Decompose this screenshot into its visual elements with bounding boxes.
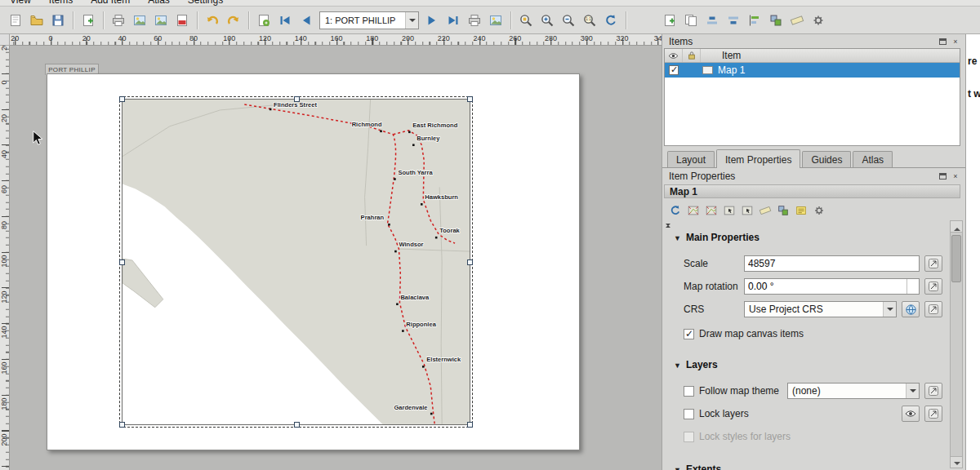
refresh-view-button[interactable] [600, 10, 621, 31]
atlas-preview-button[interactable] [253, 10, 274, 31]
crs-combo[interactable]: Use Project CRS [744, 301, 897, 317]
station-dot [270, 109, 272, 111]
properties-scrollbar[interactable] [950, 220, 963, 468]
item-properties-float-button[interactable] [938, 172, 947, 181]
print-atlas-button[interactable] [464, 10, 485, 31]
tab-guides[interactable]: Guides [802, 151, 851, 168]
zoom-out-button[interactable] [558, 10, 579, 31]
resize-handle-ne[interactable] [467, 96, 473, 102]
resize-items-button[interactable] [786, 10, 808, 31]
export-svg-button[interactable] [150, 10, 172, 31]
horizontal-ruler[interactable]: 2002040608010012014016018020022024026028… [10, 34, 662, 46]
item-visibility-checkbox[interactable] [669, 65, 679, 75]
scroll-up-arrow-icon[interactable] [951, 221, 962, 233]
grid-settings-button[interactable] [775, 202, 791, 219]
tab-layout[interactable]: Layout [667, 151, 715, 168]
zoom-in-button[interactable] [537, 10, 558, 31]
first-feature-button[interactable] [274, 10, 296, 31]
scroll-down-arrow-icon[interactable] [951, 456, 962, 468]
draw-map-canvas-items-checkbox[interactable] [684, 329, 694, 339]
lock-layers-checkbox[interactable] [684, 409, 694, 419]
copy-items-button[interactable] [680, 10, 702, 31]
align-items-button[interactable] [744, 10, 765, 31]
section-layers[interactable]: ▼Layers [674, 359, 949, 370]
menu-atlas[interactable]: Atlas [141, 0, 176, 7]
map-theme-combo[interactable]: (none) [787, 383, 920, 399]
map-label: South Yarra [398, 169, 433, 176]
new-layout-button[interactable] [5, 10, 26, 31]
set-scale-interactively-button[interactable] [721, 202, 737, 219]
resize-handle-se[interactable] [467, 422, 473, 428]
resize-handle-e[interactable] [467, 259, 473, 265]
add-pages-button[interactable] [659, 10, 680, 31]
visible-layers-button[interactable] [902, 406, 920, 422]
zoom-full-button[interactable] [515, 10, 537, 31]
map-item[interactable]: Flinders StreetRichmondEast RichmondBurn… [122, 99, 470, 425]
rotation-data-defined-override-button[interactable] [924, 278, 942, 295]
open-layout-button[interactable] [26, 10, 47, 31]
items-row-map1[interactable]: Map 1 [665, 63, 960, 78]
raise-items-button[interactable] [702, 10, 723, 31]
refresh-map-preview-button[interactable] [667, 202, 684, 219]
collapse-triangle-icon: ▼ [674, 361, 681, 370]
tab-atlas[interactable]: Atlas [853, 151, 893, 168]
layout-page[interactable]: Flinders StreetRichmondEast RichmondBurn… [47, 73, 580, 450]
tab-item-properties[interactable]: Item Properties [716, 149, 800, 168]
set-map-extent-to-canvas-button[interactable] [685, 202, 702, 219]
export-pdf-button[interactable] [172, 10, 193, 31]
map-rotation-input[interactable] [745, 279, 906, 294]
move-item-content-button[interactable] [739, 202, 755, 219]
items-panel-close-button[interactable]: × [951, 37, 960, 46]
item-properties-scroll-area: ▼Main Properties Scale Map rotation [662, 220, 965, 470]
h-ruler-number: 60 [149, 34, 166, 42]
items-panel-float-button[interactable] [938, 37, 947, 46]
add-pages-icon [662, 13, 677, 28]
section-main-properties[interactable]: ▼Main Properties [674, 232, 949, 243]
last-feature-button[interactable] [443, 10, 464, 31]
theme-data-defined-override-button[interactable] [924, 383, 942, 399]
item-properties-close-button[interactable]: × [951, 172, 960, 181]
menu-add-item[interactable]: Add Item [84, 0, 136, 7]
save-layout-button[interactable] [47, 10, 69, 31]
undo-button[interactable] [202, 10, 223, 31]
export-image-button[interactable] [129, 10, 150, 31]
page-setup-button[interactable] [78, 10, 99, 31]
resize-handle-w[interactable] [119, 259, 125, 265]
layout-canvas[interactable]: PORT PHILLIP Flinders StreetRichmondEast… [10, 46, 662, 470]
scrollbar-thumb[interactable] [951, 235, 961, 282]
resize-handle-s[interactable] [294, 422, 300, 428]
next-feature-button[interactable] [421, 10, 443, 31]
group-items-button[interactable] [765, 10, 786, 31]
lock-layers-data-defined-override-button[interactable] [924, 406, 942, 422]
resize-handle-n[interactable] [294, 96, 300, 102]
print-layout-button[interactable] [108, 10, 129, 31]
menu-items[interactable]: Items [42, 0, 79, 7]
redo-button[interactable] [223, 10, 244, 31]
resize-handle-sw[interactable] [119, 422, 125, 428]
zoom-actual-icon: 1:1 [582, 13, 597, 28]
view-extent-in-canvas-button[interactable] [703, 202, 719, 219]
vertical-ruler[interactable]: 20020406080100120140160180200 [0, 46, 10, 470]
layout-settings-button[interactable] [808, 10, 829, 31]
follow-map-theme-checkbox[interactable] [684, 386, 694, 397]
export-atlas-button[interactable] [485, 10, 506, 31]
select-crs-button[interactable] [902, 301, 920, 317]
lower-items-button[interactable] [723, 10, 744, 31]
scale-label: Scale [684, 258, 744, 269]
menu-view[interactable]: View [3, 0, 38, 7]
labels-settings-button[interactable] [757, 202, 773, 219]
scale-input[interactable] [744, 255, 920, 272]
previous-feature-button[interactable] [296, 10, 317, 31]
scale-data-defined-override-button[interactable] [924, 255, 942, 272]
zoom-actual-button[interactable]: 1:1 [579, 10, 600, 31]
crs-data-defined-override-button[interactable] [924, 301, 942, 317]
v-ruler-number: 40 [0, 146, 8, 162]
menu-settings[interactable]: Settings [181, 0, 229, 7]
annotations-button[interactable] [793, 202, 809, 219]
resize-handle-nw[interactable] [119, 96, 125, 102]
chevron-down-icon [883, 302, 896, 317]
atlas-page-combo[interactable]: 1: PORT PHILLIP [319, 11, 419, 29]
map-rotation-spinbox[interactable] [744, 278, 920, 295]
section-extents[interactable]: ▼Extents [674, 463, 949, 470]
settings-button[interactable] [811, 202, 827, 219]
